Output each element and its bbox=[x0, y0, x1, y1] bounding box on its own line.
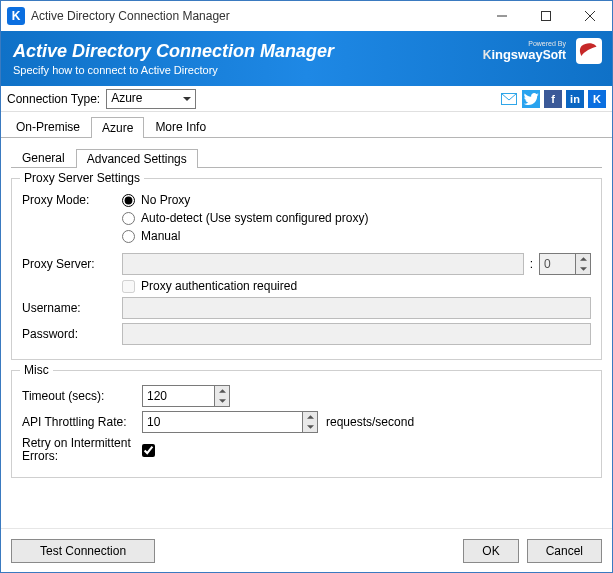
connection-type-row: Connection Type: Azure f in K bbox=[1, 86, 612, 112]
linkedin-icon[interactable]: in bbox=[566, 90, 584, 108]
footer: Test Connection OK Cancel bbox=[1, 528, 612, 572]
connection-type-label: Connection Type: bbox=[7, 92, 100, 106]
throttle-input[interactable] bbox=[142, 411, 318, 433]
username-label: Username: bbox=[22, 301, 122, 315]
password-input[interactable] bbox=[122, 323, 591, 345]
mail-icon[interactable] bbox=[500, 90, 518, 108]
retry-checkbox[interactable] bbox=[142, 444, 155, 457]
svg-rect-0 bbox=[542, 12, 551, 21]
proxy-mode-manual[interactable]: Manual bbox=[122, 229, 368, 243]
proxy-port-input[interactable] bbox=[539, 253, 591, 275]
titlebar: K Active Directory Connection Manager bbox=[1, 1, 612, 31]
sub-tabstrip: General Advanced Settings bbox=[11, 146, 602, 168]
misc-group: Misc Timeout (secs): API Throttling Rate… bbox=[11, 370, 602, 478]
tab-azure[interactable]: Azure bbox=[91, 117, 144, 138]
test-connection-button[interactable]: Test Connection bbox=[11, 539, 155, 563]
spin-down-icon[interactable] bbox=[303, 422, 317, 432]
subtab-advanced[interactable]: Advanced Settings bbox=[76, 149, 198, 168]
proxy-mode-label: Proxy Mode: bbox=[22, 193, 122, 207]
proxy-legend: Proxy Server Settings bbox=[20, 171, 144, 185]
window-title: Active Directory Connection Manager bbox=[31, 9, 480, 23]
banner-title: Active Directory Connection Manager bbox=[13, 41, 334, 62]
sql-server-icon bbox=[576, 38, 602, 64]
main-tabstrip: On-Premise Azure More Info bbox=[1, 114, 612, 138]
misc-legend: Misc bbox=[20, 363, 53, 377]
header-banner: Active Directory Connection Manager Spec… bbox=[1, 31, 612, 86]
spin-up-icon[interactable] bbox=[303, 412, 317, 422]
minimize-button[interactable] bbox=[480, 1, 524, 31]
vendor-logo: Powered By KingswaySoft bbox=[483, 40, 566, 62]
proxy-server-label: Proxy Server: bbox=[22, 257, 122, 271]
tab-more-info[interactable]: More Info bbox=[144, 116, 217, 137]
username-input[interactable] bbox=[122, 297, 591, 319]
proxy-mode-none[interactable]: No Proxy bbox=[122, 193, 368, 207]
throttle-label: API Throttling Rate: bbox=[22, 415, 142, 429]
spin-down-icon[interactable] bbox=[576, 264, 590, 274]
maximize-button[interactable] bbox=[524, 1, 568, 31]
proxy-auth-checkbox[interactable]: Proxy authentication required bbox=[122, 279, 297, 293]
proxy-mode-auto[interactable]: Auto-detect (Use system configured proxy… bbox=[122, 211, 368, 225]
retry-label: Retry on Intermittent Errors: bbox=[22, 437, 142, 463]
close-button[interactable] bbox=[568, 1, 612, 31]
password-label: Password: bbox=[22, 327, 122, 341]
spin-up-icon[interactable] bbox=[215, 386, 229, 396]
twitter-icon[interactable] bbox=[522, 90, 540, 108]
spin-down-icon[interactable] bbox=[215, 396, 229, 406]
ok-button[interactable]: OK bbox=[463, 539, 518, 563]
subtab-general[interactable]: General bbox=[11, 148, 76, 167]
proxy-server-input[interactable] bbox=[122, 253, 524, 275]
tab-on-premise[interactable]: On-Premise bbox=[5, 116, 91, 137]
cancel-button[interactable]: Cancel bbox=[527, 539, 602, 563]
timeout-label: Timeout (secs): bbox=[22, 389, 142, 403]
spin-up-icon[interactable] bbox=[576, 254, 590, 264]
timeout-input[interactable] bbox=[142, 385, 230, 407]
facebook-icon[interactable]: f bbox=[544, 90, 562, 108]
proxy-group: Proxy Server Settings Proxy Mode: No Pro… bbox=[11, 178, 602, 360]
app-icon: K bbox=[7, 7, 25, 25]
banner-subtitle: Specify how to connect to Active Directo… bbox=[13, 64, 334, 76]
throttle-unit: requests/second bbox=[326, 415, 414, 429]
connection-type-select[interactable]: Azure bbox=[106, 89, 196, 109]
kingsway-icon[interactable]: K bbox=[588, 90, 606, 108]
content-area: General Advanced Settings Proxy Server S… bbox=[1, 138, 612, 528]
